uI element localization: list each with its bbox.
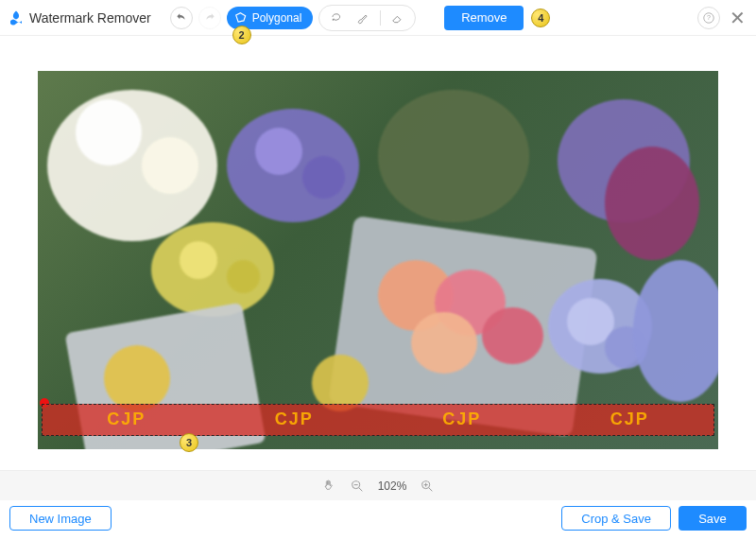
svg-line-5	[359, 488, 362, 491]
watermark-selection[interactable]: CJP CJP CJP CJP	[42, 404, 714, 436]
svg-point-0	[333, 18, 335, 20]
callout-2: 2	[232, 26, 251, 44]
watermark-text: CJP	[442, 409, 481, 429]
top-toolbar: Watermark Remover Polygonal 2 Remove 4 ?…	[0, 0, 756, 36]
close-button[interactable]: ✕	[726, 7, 748, 29]
remove-button[interactable]: Remove	[444, 6, 524, 30]
app-title: Watermark Remover	[29, 10, 151, 26]
lasso-tool-button[interactable]	[325, 7, 348, 29]
image-canvas[interactable]: CJP CJP CJP CJP	[38, 71, 718, 449]
wave-icon	[8, 9, 25, 26]
watermark-text: CJP	[610, 409, 649, 429]
svg-line-9	[429, 488, 432, 491]
brush-icon	[356, 11, 369, 25]
remove-wrap: Remove 4	[444, 6, 524, 30]
lasso-icon	[330, 11, 343, 25]
undo-icon	[175, 11, 188, 25]
redo-icon	[203, 11, 216, 25]
canvas-area: CJP CJP CJP CJP 3	[0, 36, 756, 464]
zoom-out-button[interactable]	[350, 479, 365, 494]
hand-icon	[321, 479, 336, 494]
app-logo: Watermark Remover	[8, 9, 151, 26]
undo-button[interactable]	[170, 7, 193, 29]
eraser-tool-button[interactable]	[387, 7, 409, 29]
watermark-text: CJP	[275, 409, 314, 429]
callout-3: 3	[180, 433, 198, 452]
polygonal-tool-label: Polygonal	[252, 11, 302, 25]
eraser-icon	[391, 11, 404, 25]
fit-button[interactable]	[321, 479, 336, 494]
crop-save-button[interactable]: Crop & Save	[561, 506, 671, 531]
save-button[interactable]: Save	[679, 506, 747, 531]
polygon-icon	[234, 11, 248, 25]
brush-tool-button[interactable]	[352, 7, 374, 29]
callout-4: 4	[531, 9, 550, 27]
new-image-button[interactable]: New Image	[9, 506, 112, 531]
redo-button[interactable]	[198, 7, 221, 29]
zoom-out-icon	[350, 479, 365, 494]
separator	[380, 10, 381, 26]
zoom-bar: 102%	[0, 470, 756, 500]
zoom-in-icon	[420, 479, 435, 494]
svg-text:?: ?	[707, 14, 711, 21]
bottom-bar: New Image Crop & Save Save	[0, 502, 756, 534]
zoom-value: 102%	[378, 479, 407, 493]
watermark-text: CJP	[107, 409, 146, 429]
zoom-in-button[interactable]	[420, 479, 435, 494]
polygonal-tool-button[interactable]: Polygonal 2	[227, 7, 314, 29]
help-button[interactable]: ?	[697, 7, 720, 29]
tool-group	[318, 5, 416, 31]
help-icon: ?	[702, 11, 715, 25]
